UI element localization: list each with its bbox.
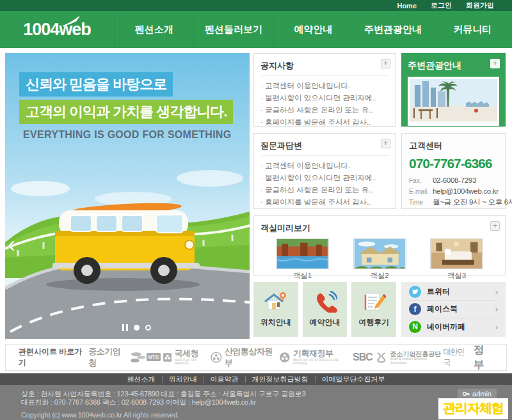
social-label: 네이버까페 bbox=[427, 322, 490, 332]
tour-title: 주변관광안내 bbox=[408, 58, 499, 77]
partner-name: 국세청 bbox=[174, 349, 211, 358]
wing-icon bbox=[61, 16, 81, 27]
fax-row: Fax. 02-6008-7293 bbox=[409, 175, 498, 186]
email-label: E-mail. bbox=[409, 186, 433, 197]
login-link[interactable]: 로그인 bbox=[431, 1, 452, 10]
chevron-left-icon[interactable]: ‹ bbox=[8, 233, 15, 256]
nav-item-attractions[interactable]: 주변관광안내 bbox=[353, 11, 432, 48]
tour-image[interactable] bbox=[408, 77, 499, 126]
quick-link-reservation[interactable]: 예약안내 bbox=[303, 282, 348, 337]
qna-item[interactable]: 고객센터 이용안내입니다. bbox=[260, 160, 389, 172]
footer-link-terms[interactable]: 이용약관 bbox=[204, 376, 245, 383]
partner-logo-smba[interactable]: 중소기업청 bbox=[88, 346, 147, 369]
room-thumb-1[interactable]: 객실1 bbox=[276, 238, 329, 281]
email-row: E-mail. help@1004web.co.kr bbox=[409, 186, 498, 197]
qna-box: 질문과답변 + 고객센터 이용안내입니다. 불편사항이 있으시다면 관리자에..… bbox=[253, 133, 396, 209]
hero-headline-1: 신뢰와 믿음을 바탕으로 bbox=[19, 72, 173, 97]
notice-list: 고객센터 이용안내입니다. 불편사항이 있으시다면 관리자에.. 궁금하신 사항… bbox=[260, 80, 389, 128]
partner-logo-motie[interactable]: 산업통상자원부 bbox=[211, 346, 279, 369]
partner-caption: NATIONAL TAX SERVICE bbox=[174, 359, 211, 366]
footer-link-location[interactable]: 위치안내 bbox=[162, 376, 204, 383]
customer-center-title: 고객센터 bbox=[409, 140, 498, 152]
time-label: Time bbox=[409, 197, 433, 208]
hero-text: 신뢰와 믿음을 바탕으로 고객의 이익과 가치를 생각합니다. EVERYTHI… bbox=[19, 72, 233, 141]
slider-dot-active[interactable] bbox=[134, 325, 140, 331]
slider-dot[interactable] bbox=[145, 325, 151, 331]
nts-mark-icon bbox=[163, 353, 172, 362]
main-content: 신뢰와 믿음을 바탕으로 고객의 이익과 가치를 생각합니다. EVERYTHI… bbox=[0, 48, 512, 339]
partner-logo-sbc[interactable]: SBC 중소기업진흥공단 Small & medium Business Cor… bbox=[353, 350, 444, 364]
chevron-right-icon: › bbox=[495, 304, 498, 314]
site-logo[interactable]: 1004web bbox=[0, 11, 114, 48]
house-pin-icon bbox=[264, 291, 288, 313]
rooms-title: 객실미리보기 bbox=[260, 221, 499, 234]
phone-number: 070-7767-6366 bbox=[409, 156, 498, 171]
related-sites-label[interactable]: 관련사이트 바로가기 bbox=[19, 346, 88, 368]
logo-text-4: 4 bbox=[50, 20, 59, 40]
room-thumb-3[interactable]: 객실3 bbox=[430, 238, 483, 281]
partner-name: 기획재정부 bbox=[293, 349, 353, 358]
notice-item[interactable]: 불편사항이 있으시다면 관리자에.. bbox=[260, 92, 389, 104]
partner-name: 대한민국 bbox=[444, 346, 471, 368]
footer-link-privacy[interactable]: 개인정보취급방침 bbox=[245, 376, 315, 383]
qna-item[interactable]: 불편사항이 있으시다면 관리자에.. bbox=[260, 172, 389, 184]
plus-icon[interactable]: + bbox=[381, 139, 390, 148]
plus-icon[interactable]: + bbox=[490, 221, 500, 231]
partner-name-suffix: 정부 bbox=[474, 343, 493, 372]
qna-item[interactable]: 홈페이지를 방문해 주셔서 감사.. bbox=[260, 196, 389, 208]
room-label: 객실1 bbox=[276, 271, 329, 281]
nav-item-about[interactable]: 펜션소개 bbox=[114, 11, 193, 48]
social-link-facebook[interactable]: f 페이스북 › bbox=[409, 301, 498, 318]
social-link-twitter[interactable]: 트위터 › bbox=[409, 284, 498, 301]
smba-mark-icon bbox=[130, 352, 146, 363]
footer-links-bar: 펜션소개 위치안내 이용약관 개인정보취급방침 이메일무단수집거부 bbox=[0, 373, 512, 385]
room-label: 객실3 bbox=[430, 271, 483, 281]
nav-item-reservation[interactable]: 예약안내 bbox=[273, 11, 353, 48]
sbc-badge: SBC bbox=[353, 352, 372, 363]
footer-link-about[interactable]: 펜션소개 bbox=[121, 376, 162, 383]
fax-number: 02-6008-7293 bbox=[433, 175, 476, 186]
main-nav: 1004web 펜션소개 펜션둘러보기 예약안내 주변관광안내 커뮤니티 bbox=[0, 11, 512, 48]
notice-item[interactable]: 고객센터 이용안내입니다. bbox=[260, 80, 389, 92]
partner-logo-nts[interactable]: NTS 국세청 NATIONAL TAX SERVICE bbox=[147, 349, 211, 365]
footer-link-email-policy[interactable]: 이메일무단수집거부 bbox=[315, 376, 392, 383]
business-hours: 월~금 오전 9시 ~ 오후 6시 bbox=[433, 197, 512, 208]
notice-item[interactable]: 홈페이지를 방문해 주셔서 감사.. bbox=[260, 116, 389, 128]
social-label: 트위터 bbox=[427, 286, 490, 297]
nav-menu: 펜션소개 펜션둘러보기 예약안내 주변관광안내 커뮤니티 bbox=[114, 11, 512, 48]
nav-item-tour[interactable]: 펜션둘러보기 bbox=[193, 11, 273, 48]
home-link[interactable]: Home bbox=[397, 2, 417, 10]
plus-icon[interactable]: + bbox=[490, 59, 500, 68]
utility-bar: Home 로그인 회원가입 bbox=[0, 0, 512, 11]
quick-links: 위치안내 예약안내 여행후기 bbox=[253, 282, 396, 337]
quick-link-review[interactable]: 여행후기 bbox=[351, 282, 396, 337]
customer-center-box: 고객센터 070-7767-6366 Fax. 02-6008-7293 E-m… bbox=[401, 133, 506, 209]
signup-link[interactable]: 회원가입 bbox=[466, 1, 494, 10]
room-label: 객실2 bbox=[353, 271, 406, 281]
social-links: 트위터 › f 페이스북 › N 네이버까페 › bbox=[401, 282, 506, 337]
partner-logo-korea-gov[interactable]: 대한민국 정부 bbox=[444, 343, 493, 372]
gov-emblem-icon bbox=[211, 352, 222, 363]
notice-item[interactable]: 궁금하신 사항은 온라인 또는 유.. bbox=[260, 104, 389, 116]
quick-link-label: 여행후기 bbox=[358, 317, 389, 328]
nav-item-community[interactable]: 커뮤니티 bbox=[433, 11, 512, 48]
key-icon bbox=[463, 391, 470, 396]
room-thumb-2[interactable]: 객실2 bbox=[353, 238, 406, 281]
plus-icon[interactable]: + bbox=[381, 59, 390, 68]
partner-logo-mosf[interactable]: 기획재정부 MINISTRY OF STRATEGY AND FINANCE bbox=[279, 349, 353, 365]
hero-headline-2: 고객의 이익과 가치를 생각합니다. bbox=[19, 100, 233, 124]
admin-trial-button[interactable]: 관리자체험 bbox=[438, 398, 508, 419]
partner-caption: MINISTRY OF STRATEGY AND FINANCE bbox=[293, 359, 353, 366]
sbc-ribbon-icon bbox=[375, 352, 387, 363]
pause-icon[interactable] bbox=[122, 324, 128, 331]
nts-badge: NTS bbox=[147, 353, 161, 361]
hero-slider: 신뢰와 믿음을 바탕으로 고객의 이익과 가치를 생각합니다. EVERYTHI… bbox=[5, 53, 250, 339]
facebook-icon: f bbox=[409, 303, 421, 315]
quick-link-location[interactable]: 위치안내 bbox=[253, 282, 298, 337]
room3-photo bbox=[430, 238, 483, 269]
qna-item[interactable]: 궁금하신 사항은 온라인 또는 유.. bbox=[260, 184, 389, 196]
chevron-right-icon: › bbox=[495, 322, 498, 332]
social-link-naver[interactable]: N 네이버까페 › bbox=[409, 318, 498, 336]
hero-tagline: EVERYTHING IS GOOD FOR SOMETHING bbox=[19, 129, 233, 141]
time-row: Time 월~금 오전 9시 ~ 오후 6시 bbox=[409, 197, 498, 208]
